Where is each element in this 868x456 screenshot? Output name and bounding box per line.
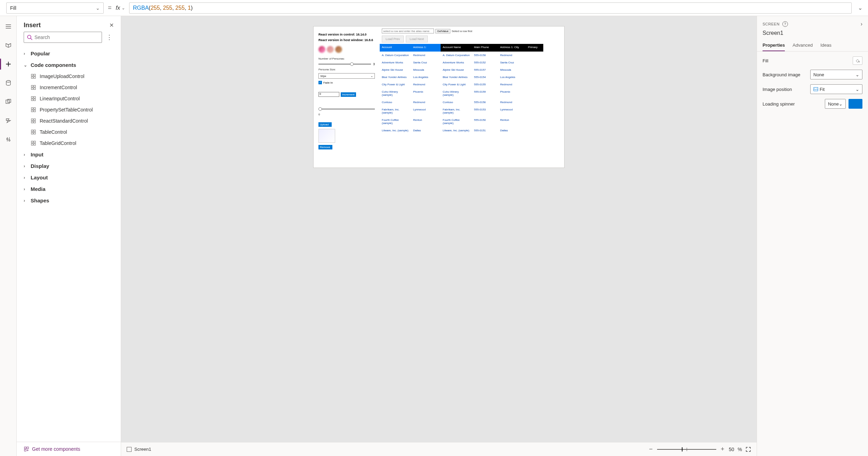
col-header[interactable]: Account <box>380 44 411 52</box>
table-row[interactable]: Fourth Coffee (sample)RentonFourth Coffe… <box>380 116 564 127</box>
component-item[interactable]: ImageUploadControl <box>17 71 121 82</box>
checkmark-icon: ✓ <box>318 81 322 84</box>
component-icon <box>31 107 36 113</box>
table-row[interactable]: A. Datum CorporationRedmondA. Datum Corp… <box>380 52 564 59</box>
table-cell: Blue Yonder Airlines <box>380 74 411 81</box>
persona-size-dropdown[interactable]: 32px⌄ <box>318 73 375 79</box>
table-row[interactable]: City Power & LightRedmondCity Power & Li… <box>380 81 564 88</box>
component-item[interactable]: TableGridControl <box>17 138 121 149</box>
table-cell: 555-0155 <box>472 81 498 88</box>
formula-fn: RGBA <box>133 5 149 11</box>
chevron-down-icon: ⌄ <box>855 87 859 92</box>
fill-color-swatch[interactable] <box>853 56 862 65</box>
table-row[interactable]: Alpine Ski HouseMissoulaAlpine Ski House… <box>380 66 564 74</box>
svg-rect-34 <box>24 449 26 451</box>
grid-hint: Select a row first <box>452 30 472 33</box>
property-dropdown[interactable]: Fill ⌄ <box>6 2 104 14</box>
table-cell: A. Datum Corporation <box>441 52 472 59</box>
increment-input[interactable]: 0 <box>318 92 339 97</box>
table-cell: 555-0154 <box>472 74 498 81</box>
table-row[interactable]: Litware, Inc. (sample)DallasLitware, Inc… <box>380 127 564 134</box>
component-icon <box>31 129 36 135</box>
table-row[interactable]: ContosoRedmondContoso555-0156Redmond <box>380 99 564 106</box>
alias-input[interactable] <box>382 29 434 33</box>
tab-advanced[interactable]: Advanced <box>792 40 813 51</box>
svg-rect-4 <box>31 74 33 76</box>
col-header[interactable]: Address 1: <box>411 44 441 52</box>
linear-slider[interactable] <box>318 109 375 109</box>
properties-panel: SCREEN ? › Screen1 Properties Advanced I… <box>757 16 868 456</box>
spinner-dropdown[interactable]: None ⌄ <box>825 99 846 109</box>
remove-button[interactable]: Remove <box>318 145 332 149</box>
table-cell: Blue Yonder Airlines <box>441 74 472 81</box>
col-header[interactable]: Main Phone <box>472 44 498 52</box>
media-icon[interactable] <box>4 98 13 106</box>
table-row[interactable]: Fabrikam, Inc. (sample)LynnwoodFabrikam,… <box>380 106 564 116</box>
expand-formula-bar-icon[interactable]: ⌄ <box>856 5 865 11</box>
fade-in-checkbox[interactable]: ✓ Fade In <box>318 81 375 84</box>
num-personas-slider[interactable] <box>318 64 371 64</box>
tab-properties[interactable]: Properties <box>763 40 785 51</box>
table-row[interactable]: Adventure WorksSanta CruzAdventure Works… <box>380 59 564 66</box>
fullscreen-icon[interactable] <box>745 447 751 452</box>
zoom-out-button[interactable]: − <box>648 446 654 453</box>
search-input[interactable] <box>24 32 102 43</box>
group-media[interactable]: › Media <box>17 183 121 195</box>
prop-fill-label: Fill <box>763 58 768 63</box>
bg-image-dropdown[interactable]: None ⌄ <box>810 70 862 79</box>
get-value-button[interactable]: GetValue <box>435 29 450 33</box>
increment-button[interactable]: Increment <box>341 92 356 97</box>
svg-rect-11 <box>34 88 35 90</box>
data-icon[interactable] <box>4 79 13 87</box>
screen-artboard[interactable]: React version in control: 16.14.0 React … <box>314 26 564 168</box>
table-cell: 555-0157 <box>472 66 498 74</box>
group-display[interactable]: › Display <box>17 160 121 172</box>
group-shapes[interactable]: › Shapes <box>17 195 121 206</box>
component-item[interactable]: PropertySetTableControl <box>17 104 121 115</box>
close-icon[interactable]: ✕ <box>109 22 114 29</box>
zoom-slider[interactable] <box>657 449 716 450</box>
tab-ideas[interactable]: Ideas <box>820 40 831 51</box>
fx-label[interactable]: fx ⌄ <box>116 5 125 11</box>
table-row[interactable]: Coho Winery (sample)PhoenixCoho Winery (… <box>380 88 564 99</box>
tree-view-icon[interactable] <box>4 41 13 49</box>
search-field[interactable] <box>34 34 99 40</box>
more-icon[interactable]: ⋮ <box>105 33 114 41</box>
col-header[interactable]: Primary <box>526 44 543 52</box>
table-row[interactable]: Blue Yonder AirlinesLos AngelesBlue Yond… <box>380 74 564 81</box>
col-header[interactable]: Address 1: City <box>498 44 526 52</box>
automations-icon[interactable] <box>4 116 13 125</box>
svg-rect-10 <box>31 88 33 90</box>
group-popular[interactable]: › Popular <box>17 48 121 59</box>
table-cell: Santa Cruz <box>498 59 526 66</box>
load-next-button[interactable]: Load Next <box>406 36 428 42</box>
tools-icon[interactable] <box>4 135 13 144</box>
persona-size-label: Persona Size: <box>318 68 375 71</box>
avatar <box>335 46 342 53</box>
col-header[interactable]: Account Name <box>441 44 472 52</box>
get-more-components-link[interactable]: Get more components <box>17 442 121 456</box>
group-layout[interactable]: › Layout <box>17 172 121 183</box>
zoom-in-button[interactable]: + <box>720 446 725 453</box>
group-input[interactable]: › Input <box>17 149 121 160</box>
help-icon[interactable]: ? <box>782 21 788 27</box>
upload-button[interactable]: Upload <box>318 122 332 127</box>
svg-rect-5 <box>34 74 35 76</box>
svg-rect-24 <box>31 130 33 132</box>
formula-bar: Fill ⌄ = fx ⌄ RGBA(255, 255, 255, 1) ⌄ <box>0 0 868 16</box>
collapse-panel-icon[interactable]: › <box>861 21 862 27</box>
spinner-color-swatch[interactable] <box>849 99 862 109</box>
component-item[interactable]: LinearInputControl <box>17 93 121 104</box>
hamburger-icon[interactable] <box>4 22 13 31</box>
component-item[interactable]: ReactStandardControl <box>17 115 121 126</box>
component-item[interactable]: TableControl <box>17 126 121 138</box>
svg-rect-14 <box>31 99 33 101</box>
load-prev-button[interactable]: Load Prev <box>382 36 404 42</box>
group-code-components[interactable]: ⌄ Code components <box>17 59 121 71</box>
insert-icon[interactable] <box>4 60 13 68</box>
table-cell: 555-0151 <box>472 127 498 134</box>
formula-input[interactable]: RGBA(255, 255, 255, 1) <box>129 2 852 14</box>
component-item[interactable]: IncrementControl <box>17 82 121 93</box>
img-position-dropdown[interactable]: Fit ⌄ <box>810 84 862 94</box>
table-cell: Renton <box>411 116 441 127</box>
